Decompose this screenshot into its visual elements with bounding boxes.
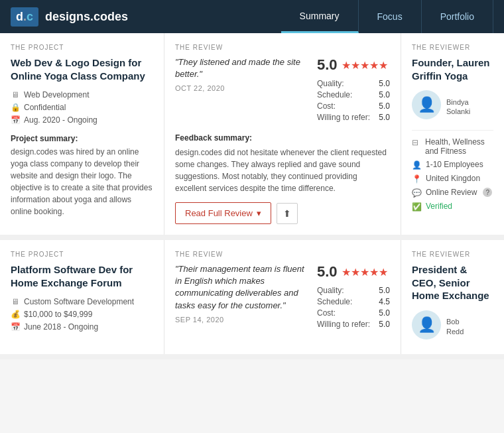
reviewer-name-2: President & CEO, Senior Home Exchange (412, 263, 493, 302)
quality-label-1: Quality: (317, 79, 344, 88)
custom-software-icon: 🖥 (11, 297, 20, 306)
reviewer-col-2: THE REVIEWER President & CEO, Senior Hom… (401, 240, 504, 354)
feedback-text-1: design.codes did not hesitate whenever t… (175, 147, 390, 194)
avatar-person-icon-1: 👤 (418, 96, 436, 113)
review-card-2: THE PROJECT Platform Software Dev for Ho… (0, 240, 504, 359)
feedback-section-1: Feedback summary: design.codes did not h… (175, 133, 390, 194)
review-section-label-2: THE REVIEW (175, 251, 390, 258)
tab-portfolio[interactable]: Portfolio (422, 0, 493, 33)
rating-refer-2: Willing to refer: 5.0 (317, 320, 390, 329)
tab-summary[interactable]: Summary (281, 0, 359, 33)
rating-cost-2: Cost: 5.0 (317, 308, 390, 318)
review-top-2: "Their management team is fluent in Engl… (175, 263, 390, 331)
header: d.c designs.codes Summary Focus Portfoli… (0, 0, 504, 33)
review-text-block-2: "Their management team is fluent in Engl… (175, 263, 309, 324)
meta-item-date-2: 📅 June 2018 - Ongoing (11, 322, 153, 332)
reviewer-section-label-1: THE REVIEWER (412, 44, 493, 51)
project-title-1: Web Dev & Logo Design for Online Yoga Cl… (11, 56, 153, 82)
review-card-1: THE PROJECT Web Dev & Logo Design for On… (0, 33, 504, 240)
schedule-label-2: Schedule: (317, 297, 352, 306)
web-dev-icon: 🖥 (11, 90, 20, 99)
verified-icon-1: ✅ (412, 202, 422, 212)
quality-value-2: 5.0 (379, 286, 390, 295)
rating-refer-1: Willing to refer: 5.0 (317, 113, 390, 122)
employees-icon-1: 👤 (412, 160, 422, 170)
tab-focus[interactable]: Focus (359, 0, 422, 33)
overall-score-1: 5.0 (317, 56, 338, 74)
avatar-1: 👤 (412, 90, 441, 119)
logo-c: c (27, 10, 33, 23)
meta-item-conf-1: 🔒 Confidential (11, 103, 153, 112)
refer-value-1: 5.0 (379, 113, 390, 122)
overall-rating-1: 5.0 ★★★★★ (317, 56, 390, 74)
rating-schedule-1: Schedule: 5.0 (317, 90, 390, 99)
share-icon: ⬆ (283, 208, 291, 219)
refer-label-2: Willing to refer: (317, 320, 370, 329)
cost-value-1: 5.0 (379, 101, 390, 111)
info-badge-1: ? (483, 188, 492, 197)
reviewer-verified-1: ✅ Verified (412, 202, 493, 212)
reviewer-col-1: THE REVIEWER Founder, Lauren Griffin Yog… (401, 33, 504, 235)
reviewer-divider-1 (412, 130, 493, 131)
quality-label-2: Quality: (317, 286, 344, 295)
chevron-down-icon: ▾ (257, 208, 261, 218)
reviewer-name-1: Founder, Lauren Griffin Yoga (412, 56, 493, 82)
schedule-label-1: Schedule: (317, 90, 352, 99)
overall-rating-2: 5.0 ★★★★★ (317, 263, 390, 280)
header-nav: Summary Focus Portfolio (281, 0, 493, 33)
share-button-1[interactable]: ⬆ (277, 203, 298, 224)
meta-item-type-1: 🖥 Web Development (11, 90, 153, 99)
read-full-review-button-1[interactable]: Read Full Review ▾ (175, 202, 271, 224)
review-date-2: SEP 14, 2020 (175, 316, 309, 324)
reviewer-review-type-1: 💬 Online Review ? (412, 188, 493, 198)
stars-2: ★★★★★ (342, 266, 388, 278)
project-meta-2: 🖥 Custom Software Development 💰 $10,000 … (11, 297, 153, 332)
rating-rows-2: Quality: 5.0 Schedule: 4.5 Cost: 5.0 Wil… (317, 286, 390, 329)
review-date-1: OCT 22, 2020 (175, 84, 309, 92)
cost-label-1: Cost: (317, 101, 336, 111)
overall-score-2: 5.0 (317, 263, 338, 280)
rating-cost-1: Cost: 5.0 (317, 101, 390, 111)
rating-quality-2: Quality: 5.0 (317, 286, 390, 295)
meta-type-text-2: Custom Software Development (24, 297, 134, 306)
reviewer-industry-1: ⊟ Health, Wellness and Fitness (412, 137, 493, 156)
meta-date-text-1: Aug. 2020 - Ongoing (24, 115, 97, 125)
refer-label-1: Willing to refer: (317, 113, 370, 122)
logo-d: d (16, 10, 23, 23)
reviewer-location-1: 📍 United Kingdon (412, 174, 493, 184)
meta-item-date-1: 📅 Aug. 2020 - Ongoing (11, 115, 153, 125)
reviewer-employees-1: 👤 1-10 Employees (412, 160, 493, 170)
avatar-name-2: Bob Redd (446, 317, 464, 336)
project-section-label-1: THE PROJECT (11, 44, 153, 51)
avatar-row-1: 👤 Bindya Solanki (412, 90, 493, 123)
rating-quality-1: Quality: 5.0 (317, 79, 390, 88)
project-section-label-2: THE PROJECT (11, 251, 153, 258)
project-title-2: Platform Software Dev for Home Exchange … (11, 263, 153, 289)
reviewer-section-label-2: THE REVIEWER (412, 251, 493, 258)
avatar-name-1: Bindya Solanki (446, 97, 470, 117)
meta-conf-text-1: Confidential (24, 103, 66, 112)
review-quote-2: "Their management team is fluent in Engl… (175, 263, 309, 312)
refer-value-2: 5.0 (379, 320, 390, 329)
project-col-2: THE PROJECT Platform Software Dev for Ho… (0, 240, 164, 354)
meta-type-text-1: Web Development (24, 90, 90, 99)
review-top-1: "They listened and made the site better.… (175, 56, 390, 124)
confidential-icon: 🔒 (11, 103, 20, 112)
project-meta-1: 🖥 Web Development 🔒 Confidential 📅 Aug. … (11, 90, 153, 125)
meta-date-text-2: June 2018 - Ongoing (24, 322, 98, 332)
feedback-label-1: Feedback summary: (175, 133, 390, 143)
schedule-value-1: 5.0 (379, 90, 390, 99)
cost-icon-2: 💰 (11, 310, 20, 319)
industry-icon-1: ⊟ (412, 138, 421, 147)
review-quote-1: "They listened and made the site better.… (175, 56, 309, 80)
meta-item-type-2: 🖥 Custom Software Development (11, 297, 153, 306)
review-col-1: THE REVIEW "They listened and made the s… (164, 33, 401, 235)
quality-value-1: 5.0 (379, 79, 390, 88)
review-actions-1: Read Full Review ▾ ⬆ (175, 202, 390, 224)
date-icon-2: 📅 (11, 322, 20, 332)
project-summary-label-1: Project summary: (11, 134, 153, 143)
meta-cost-text-2: $10,000 to $49,999 (24, 310, 92, 319)
review-type-icon-1: 💬 (412, 188, 422, 198)
rating-schedule-2: Schedule: 4.5 (317, 297, 390, 306)
location-icon-1: 📍 (412, 174, 422, 184)
